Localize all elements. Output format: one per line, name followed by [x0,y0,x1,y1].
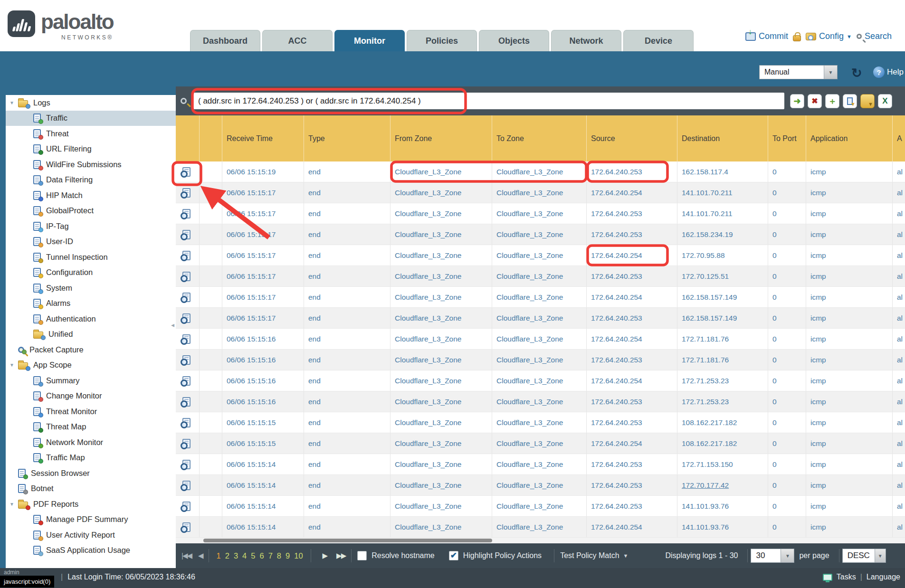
cell-source[interactable]: 172.64.240.253 [587,224,677,245]
cell-destination-value[interactable]: 141.101.93.76 [682,523,729,531]
tab-policies[interactable]: Policies [407,30,477,51]
cell-to-zone[interactable]: Cloudflare_L3_Zone [492,517,587,537]
cell-destination[interactable]: 172.71.181.76 [677,329,768,349]
sidebar-item-ip-tag[interactable]: IP-Tag [6,218,176,234]
log-detail-magnifier-icon[interactable] [182,167,191,177]
cell-from-zone-value[interactable]: Cloudflare_L3_Zone [395,314,461,322]
cell-destination-value[interactable]: 108.162.217.182 [682,418,737,427]
cell-destination-value[interactable]: 162.158.234.19 [682,230,733,239]
cell-from-zone[interactable]: Cloudflare_L3_Zone [391,370,492,391]
table-row[interactable]: 06/06 15:15:15endCloudflare_L3_ZoneCloud… [176,433,905,454]
cell-to-zone[interactable]: Cloudflare_L3_Zone [492,224,587,245]
page-number-3[interactable]: 3 [234,551,238,560]
cell-source[interactable]: 172.64.240.253 [587,161,677,182]
last-page-button[interactable]: ▶▶ [336,551,345,560]
cell-from-zone[interactable]: Cloudflare_L3_Zone [391,391,492,412]
cell-from-zone[interactable]: Cloudflare_L3_Zone [391,454,492,474]
sidebar-item-hip-match[interactable]: HIP Match [6,188,176,203]
cell-source-value[interactable]: 172.64.240.253 [591,460,642,469]
log-detail-magnifier-icon[interactable] [182,460,191,469]
tab-acc[interactable]: ACC [262,30,333,51]
sidebar-item-app-scope[interactable]: ▼App Scope [6,358,176,373]
page-number-4[interactable]: 4 [242,551,247,560]
cell-from-zone-value[interactable]: Cloudflare_L3_Zone [395,335,461,343]
sidebar-item-unified[interactable]: Unified [6,327,176,342]
page-number-6[interactable]: 6 [259,551,264,560]
cell-to-zone-value[interactable]: Cloudflare_L3_Zone [496,209,563,218]
table-row[interactable]: 06/06 15:15:15endCloudflare_L3_ZoneCloud… [176,412,905,433]
first-page-button[interactable]: |◀◀ [181,551,191,560]
cell-destination[interactable]: 172.70.95.88 [677,245,768,266]
log-detail-magnifier-icon[interactable] [182,418,191,427]
page-number-7[interactable]: 7 [268,551,273,560]
column-header-a[interactable]: A [893,115,905,161]
sidebar-item-threat-map[interactable]: Threat Map [6,419,176,435]
horizontal-scrollbar[interactable] [176,538,905,543]
table-row[interactable]: 06/06 15:15:16endCloudflare_L3_ZoneCloud… [176,370,905,391]
cell-source[interactable]: 172.64.240.253 [587,496,677,516]
sidebar-item-saas-application-usage[interactable]: SaaS Application Usage [6,543,176,559]
cell-destination[interactable]: 172.71.153.150 [677,454,768,474]
sidebar-item-network-monitor[interactable]: Network Monitor [6,435,176,450]
cell-source-value[interactable]: 172.64.240.254 [591,335,642,343]
column-header-destination[interactable]: Destination [677,115,768,161]
cell-to-zone[interactable]: Cloudflare_L3_Zone [492,454,587,474]
sidebar-item-user-id[interactable]: User-ID [6,234,176,250]
cell-source-value[interactable]: 172.64.240.253 [591,209,642,218]
page-number-2[interactable]: 2 [225,551,229,560]
sidebar-item-manage-pdf-summary[interactable]: Manage PDF Summary [6,512,176,528]
cell-to-zone-value[interactable]: Cloudflare_L3_Zone [496,272,563,281]
next-page-button[interactable]: ▶ [323,551,327,560]
cell-from-zone-value[interactable]: Cloudflare_L3_Zone [395,481,461,490]
cell-source[interactable]: 172.64.240.253 [587,203,677,224]
cell-to-zone-value[interactable]: Cloudflare_L3_Zone [496,356,563,364]
cell-source-value[interactable]: 172.64.240.253 [591,356,642,364]
refresh-icon[interactable]: ↻ [851,66,862,81]
cell-from-zone[interactable]: Cloudflare_L3_Zone [391,308,492,328]
select-arrow-icon[interactable]: ▼ [824,66,837,79]
log-detail-magnifier-icon[interactable] [182,355,191,365]
cell-to-zone[interactable]: Cloudflare_L3_Zone [492,266,587,286]
tab-device[interactable]: Device [623,30,694,51]
cell-to-zone-value[interactable]: Cloudflare_L3_Zone [496,481,563,490]
cell-source-value[interactable]: 172.64.240.253 [591,398,642,406]
log-detail-magnifier-icon[interactable] [182,313,191,323]
sidebar-item-wildfire-submissions[interactable]: WildFire Submissions [6,157,176,172]
column-header-to-zone[interactable]: To Zone [492,115,587,161]
cell-from-zone-value[interactable]: Cloudflare_L3_Zone [395,168,461,176]
log-detail-magnifier-icon[interactable] [182,251,191,260]
table-row[interactable]: 06/06 15:15:16endCloudflare_L3_ZoneCloud… [176,391,905,412]
cell-source-value[interactable]: 172.64.240.254 [591,523,642,531]
log-detail-magnifier-icon[interactable] [182,293,191,302]
cell-to-zone-value[interactable]: Cloudflare_L3_Zone [496,230,563,239]
cell-to-zone-value[interactable]: Cloudflare_L3_Zone [496,418,563,427]
cell-from-zone[interactable]: Cloudflare_L3_Zone [391,203,492,224]
cell-source-value[interactable]: 172.64.240.254 [591,189,642,197]
apply-filter-button[interactable]: ➜ [790,94,804,108]
add-filter-button[interactable]: ＋ [825,94,839,108]
log-detail-magnifier-icon[interactable] [182,522,191,532]
cell-to-zone-value[interactable]: Cloudflare_L3_Zone [496,335,563,343]
cell-from-zone-value[interactable]: Cloudflare_L3_Zone [395,189,461,197]
cell-source-value[interactable]: 172.64.240.253 [591,230,642,239]
cell-from-zone[interactable]: Cloudflare_L3_Zone [391,517,492,537]
cell-destination[interactable]: 141.101.70.211 [677,182,768,203]
cell-from-zone-value[interactable]: Cloudflare_L3_Zone [395,251,461,260]
sidebar-item-data-filtering[interactable]: Data Filtering [6,172,176,188]
cell-to-zone[interactable]: Cloudflare_L3_Zone [492,203,587,224]
logged-in-user[interactable]: admin [4,569,19,576]
cell-destination-value[interactable]: 141.101.70.211 [682,209,733,218]
sidebar-item-threat[interactable]: Threat [6,126,176,142]
cell-from-zone[interactable]: Cloudflare_L3_Zone [391,182,492,203]
log-detail-magnifier-icon[interactable] [182,209,191,218]
cell-destination[interactable]: 172.71.253.23 [677,370,768,391]
highlight-policy-actions-checkbox[interactable] [449,551,458,560]
log-detail-magnifier-icon[interactable] [182,481,191,490]
cell-from-zone-value[interactable]: Cloudflare_L3_Zone [395,209,461,218]
cell-source-value[interactable]: 172.64.240.253 [591,481,642,490]
column-header-to-port[interactable]: To Port [768,115,806,161]
cell-to-zone[interactable]: Cloudflare_L3_Zone [492,433,587,454]
cell-source[interactable]: 172.64.240.254 [587,182,677,203]
cell-to-zone[interactable]: Cloudflare_L3_Zone [492,370,587,391]
cell-source-value[interactable]: 172.64.240.254 [591,377,642,385]
